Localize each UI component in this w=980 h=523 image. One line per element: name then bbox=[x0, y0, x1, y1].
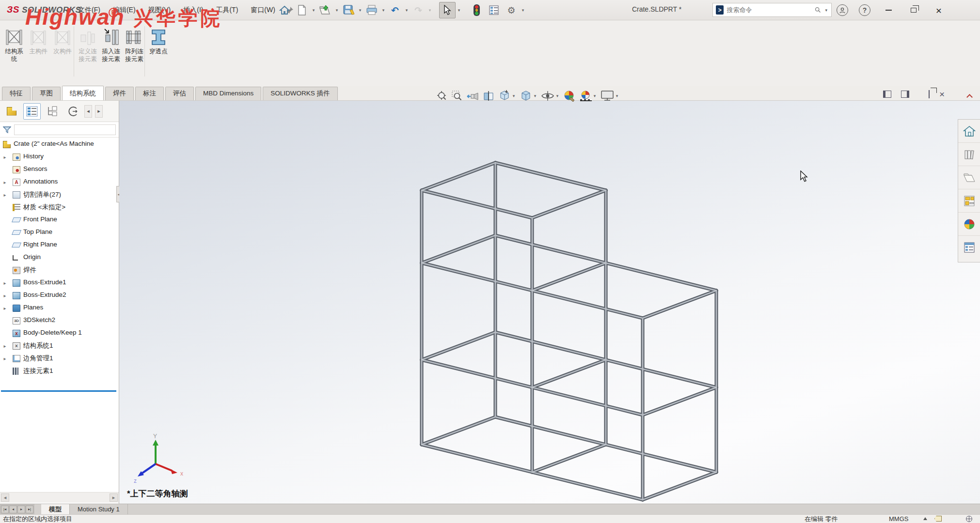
new-document-button[interactable] bbox=[294, 2, 310, 18]
tree-item-structure-system1[interactable]: ▸结构系统1 bbox=[0, 340, 119, 352]
view-settings-dropdown[interactable]: ▾ bbox=[615, 93, 619, 98]
file-properties-button[interactable] bbox=[486, 2, 502, 18]
open-dropdown[interactable]: ▾ bbox=[334, 8, 339, 13]
zoom-area-icon[interactable] bbox=[451, 90, 463, 102]
tab-features[interactable]: 特征 bbox=[2, 87, 31, 100]
display-style-dropdown[interactable]: ▾ bbox=[533, 93, 537, 98]
define-connection-button[interactable]: 定义连接元素 bbox=[76, 24, 100, 63]
tree-filter-input[interactable] bbox=[14, 124, 116, 135]
insert-connection-button[interactable]: 插入连接元素 bbox=[99, 24, 123, 63]
search-icon[interactable] bbox=[815, 6, 821, 14]
tree-item-top-plane[interactable]: Top Plane bbox=[0, 227, 119, 239]
menu-file[interactable]: 文件(F) bbox=[73, 4, 106, 16]
panel-tab-prev-icon[interactable]: ◂ bbox=[84, 105, 92, 118]
open-button[interactable] bbox=[317, 2, 333, 18]
resource-monitor-icon[interactable] bbox=[966, 516, 972, 522]
secondary-member-button[interactable]: 次构件 bbox=[50, 24, 75, 56]
expand-arrow[interactable]: ▸ bbox=[2, 306, 8, 311]
tab-weldments[interactable]: 焊件 bbox=[105, 87, 134, 100]
account-icon[interactable] bbox=[837, 4, 848, 16]
rebuild-button[interactable] bbox=[468, 2, 485, 18]
last-tab-icon[interactable]: ▸| bbox=[26, 506, 33, 513]
menu-window[interactable]: 窗口(W) bbox=[245, 4, 281, 16]
redo-dropdown[interactable]: ▾ bbox=[427, 8, 432, 13]
tree-item-annotations[interactable]: ▸Annotations bbox=[0, 176, 119, 188]
tree-item-connection-element1[interactable]: 连接元素1 bbox=[0, 365, 119, 377]
tree-item-material[interactable]: 材质 <未指定> bbox=[0, 201, 119, 214]
design-library-icon[interactable] bbox=[958, 143, 980, 166]
display-manager-tab-icon[interactable] bbox=[44, 103, 61, 120]
restore-button[interactable] bbox=[906, 3, 921, 17]
tree-item-right-plane[interactable]: Right Plane bbox=[0, 239, 119, 251]
save-dropdown[interactable]: ▾ bbox=[358, 8, 363, 13]
tree-item-corner-management1[interactable]: ▸边角管理1 bbox=[0, 353, 119, 365]
expand-arrow[interactable]: ▸ bbox=[2, 280, 8, 286]
expand-arrow[interactable]: ▸ bbox=[2, 180, 8, 185]
custom-properties-icon[interactable] bbox=[958, 236, 980, 259]
display-style-icon[interactable]: ▾ bbox=[520, 90, 537, 102]
section-view-icon[interactable] bbox=[482, 90, 495, 102]
tree-item-history[interactable]: ▸History bbox=[0, 151, 119, 163]
undo-button[interactable]: ↶ bbox=[387, 2, 403, 18]
help-icon[interactable]: ? bbox=[859, 4, 870, 16]
panel-tab-next-icon[interactable]: ▸ bbox=[95, 105, 103, 118]
zoom-fit-icon[interactable] bbox=[436, 90, 448, 102]
tree-item-weldment[interactable]: 焊件 bbox=[0, 264, 119, 277]
next-tab-icon[interactable]: ▸ bbox=[17, 506, 25, 513]
first-tab-icon[interactable]: |◂ bbox=[1, 506, 9, 513]
view-orientation-icon[interactable]: ▾ bbox=[498, 90, 516, 102]
tag-icon[interactable] bbox=[934, 516, 942, 522]
tab-annotations[interactable]: 标注 bbox=[135, 87, 164, 100]
options-dropdown[interactable]: ▾ bbox=[521, 8, 525, 13]
hide-show-items-icon[interactable]: ▾ bbox=[541, 90, 560, 102]
select-tool-dropdown[interactable]: ▾ bbox=[457, 8, 461, 13]
tree-item-sensors[interactable]: Sensors bbox=[0, 164, 119, 176]
home-tab-icon[interactable] bbox=[958, 120, 980, 143]
tab-mbd-dimensions[interactable]: MBD Dimensions bbox=[195, 87, 261, 100]
new-document-dropdown[interactable]: ▾ bbox=[311, 8, 316, 13]
edit-appearance-icon[interactable] bbox=[563, 90, 576, 102]
view-orientation-dropdown[interactable]: ▾ bbox=[511, 93, 516, 98]
search-input[interactable] bbox=[727, 6, 812, 14]
primary-member-button[interactable]: 主构件 bbox=[26, 24, 50, 56]
scroll-right-icon[interactable]: ▸ bbox=[110, 493, 118, 502]
menu-tools[interactable]: 工具(T) bbox=[210, 4, 243, 16]
show-right-pane-button[interactable] bbox=[901, 91, 909, 98]
redo-button[interactable]: ↷ bbox=[410, 2, 427, 18]
close-button[interactable]: × bbox=[932, 3, 946, 17]
print-dropdown[interactable]: ▾ bbox=[381, 8, 386, 13]
view-settings-icon[interactable]: ▾ bbox=[601, 90, 619, 102]
tab-structure-system[interactable]: 结构系统 bbox=[62, 86, 104, 100]
tab-motion-study[interactable]: Motion Study 1 bbox=[70, 504, 128, 514]
units-dropdown-icon[interactable] bbox=[923, 517, 927, 520]
apply-scene-dropdown[interactable]: ▾ bbox=[592, 93, 597, 98]
units-selector[interactable]: MMGS bbox=[889, 515, 908, 523]
pierce-point-button[interactable]: 穿透点 bbox=[146, 24, 171, 56]
view-palette-icon[interactable] bbox=[958, 189, 980, 213]
tree-item-body-delete[interactable]: Body-Delete/Keep 1 bbox=[0, 327, 119, 339]
doc-close-button[interactable]: × bbox=[939, 90, 945, 99]
feature-tree-tab-icon[interactable] bbox=[23, 103, 41, 120]
doc-restore-button[interactable] bbox=[929, 91, 930, 98]
show-left-pane-button[interactable] bbox=[883, 91, 891, 98]
file-explorer-icon[interactable] bbox=[958, 166, 980, 189]
expand-arrow[interactable]: ▸ bbox=[2, 343, 8, 349]
minimize-button[interactable] bbox=[881, 3, 896, 17]
expand-arrow[interactable]: ▸ bbox=[2, 356, 8, 361]
graphics-area[interactable]: Y x z *上下二等角轴测 bbox=[119, 101, 980, 504]
scroll-left-icon[interactable]: ◂ bbox=[1, 493, 9, 502]
pattern-connection-button[interactable]: 阵列连接元素 bbox=[122, 24, 146, 63]
tree-item-planes-folder[interactable]: ▸Planes bbox=[0, 302, 119, 314]
menu-view[interactable]: 视图(V) bbox=[143, 4, 176, 16]
part-tab-icon[interactable] bbox=[3, 103, 20, 120]
tree-item-cutlist[interactable]: ▸切割清单(27) bbox=[0, 189, 119, 201]
options-button[interactable]: ⚙ bbox=[503, 2, 520, 18]
apply-scene-icon[interactable]: ▾ bbox=[579, 90, 597, 102]
tree-item-front-plane[interactable]: Front Plane bbox=[0, 214, 119, 226]
tree-item-origin[interactable]: Origin bbox=[0, 252, 119, 264]
tab-model[interactable]: 模型 bbox=[41, 504, 70, 514]
tree-item-boss-extrude2[interactable]: ▸Boss-Extrude2 bbox=[0, 290, 119, 302]
expand-arrow[interactable]: ▸ bbox=[2, 192, 8, 198]
structure-system-button[interactable]: 结构系统 bbox=[2, 24, 26, 63]
rollback-bar[interactable] bbox=[1, 390, 116, 392]
